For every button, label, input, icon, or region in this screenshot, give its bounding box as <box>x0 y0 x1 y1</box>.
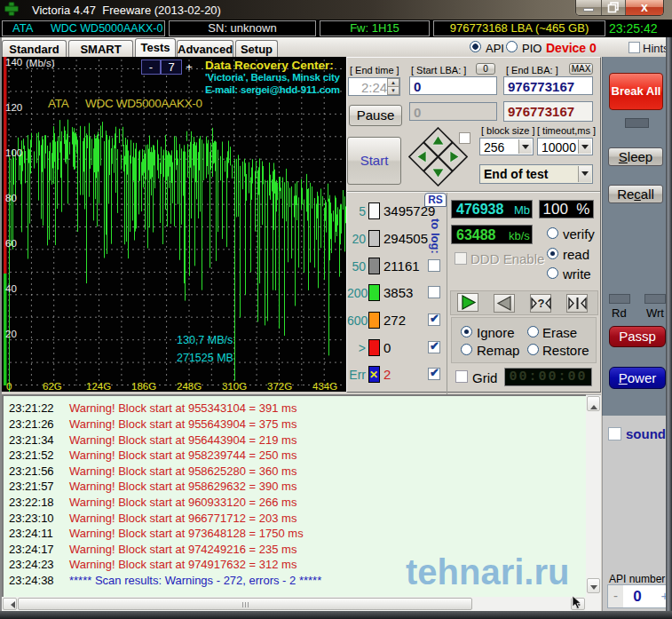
svg-text:?: ? <box>538 297 545 310</box>
